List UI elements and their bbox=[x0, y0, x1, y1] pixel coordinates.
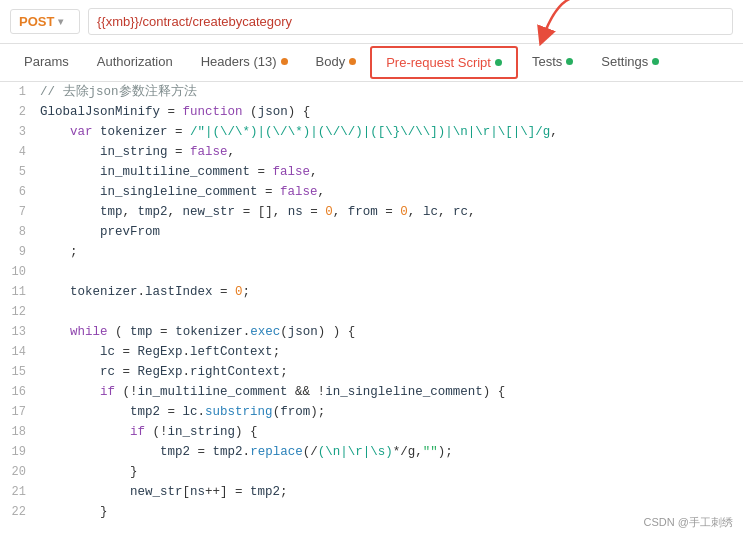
code-line: 10 bbox=[0, 262, 743, 282]
line-number: 5 bbox=[0, 162, 36, 182]
line-content: } bbox=[36, 502, 108, 518]
line-number: 1 bbox=[0, 82, 36, 102]
method-select[interactable]: POST ▾ bbox=[10, 9, 80, 34]
tab-params[interactable]: Params bbox=[10, 44, 83, 81]
code-line: 2GlobalJsonMinify = function (json) { bbox=[0, 102, 743, 122]
code-line: 1// 去除json参数注释方法 bbox=[0, 82, 743, 102]
line-number: 18 bbox=[0, 422, 36, 442]
code-line: 7 tmp, tmp2, new_str = [], ns = 0, from … bbox=[0, 202, 743, 222]
line-content: new_str[ns++] = tmp2; bbox=[36, 482, 288, 502]
code-line: 9 ; bbox=[0, 242, 743, 262]
line-number: 8 bbox=[0, 222, 36, 242]
code-line: 20 } bbox=[0, 462, 743, 482]
line-number: 9 bbox=[0, 242, 36, 262]
line-content: rc = RegExp.rightContext; bbox=[36, 362, 288, 382]
tab-settings[interactable]: Settings bbox=[587, 44, 673, 81]
line-number: 20 bbox=[0, 462, 36, 482]
line-content: in_string = false, bbox=[36, 142, 235, 162]
line-content: tmp2 = tmp2.replace(/(\n|\r|\s)*/g,""); bbox=[36, 442, 453, 462]
line-number: 14 bbox=[0, 342, 36, 362]
line-number: 19 bbox=[0, 442, 36, 462]
code-line: 22 } bbox=[0, 502, 743, 518]
line-content: tokenizer.lastIndex = 0; bbox=[36, 282, 250, 302]
line-content: tmp2 = lc.substring(from); bbox=[36, 402, 325, 422]
line-content: var tokenizer = /"|(\/\*)|(\/\*)|(\/\/)|… bbox=[36, 122, 558, 142]
tab-tests[interactable]: Tests bbox=[518, 44, 587, 81]
code-line: 4 in_string = false, bbox=[0, 142, 743, 162]
line-content: } bbox=[36, 462, 138, 482]
line-number: 15 bbox=[0, 362, 36, 382]
line-number: 16 bbox=[0, 382, 36, 402]
line-number: 2 bbox=[0, 102, 36, 122]
line-number: 11 bbox=[0, 282, 36, 302]
headers-dot bbox=[281, 58, 288, 65]
code-line: 8 prevFrom bbox=[0, 222, 743, 242]
line-content: GlobalJsonMinify = function (json) { bbox=[36, 102, 310, 122]
tab-prerequest[interactable]: Pre-request Script bbox=[370, 46, 518, 79]
settings-dot bbox=[652, 58, 659, 65]
code-line: 13 while ( tmp = tokenizer.exec(json) ) … bbox=[0, 322, 743, 342]
line-content: in_singleline_comment = false, bbox=[36, 182, 325, 202]
line-number: 7 bbox=[0, 202, 36, 222]
tab-authorization[interactable]: Authorization bbox=[83, 44, 187, 81]
code-line: 16 if (!in_multiline_comment && !in_sing… bbox=[0, 382, 743, 402]
line-number: 13 bbox=[0, 322, 36, 342]
line-content: if (!in_string) { bbox=[36, 422, 258, 442]
watermark: CSDN @手工刺绣 bbox=[644, 515, 733, 530]
url-bar: POST ▾ bbox=[0, 0, 743, 44]
line-content: lc = RegExp.leftContext; bbox=[36, 342, 280, 362]
line-content: ; bbox=[36, 242, 78, 262]
line-content: tmp, tmp2, new_str = [], ns = 0, from = … bbox=[36, 202, 475, 222]
tab-body[interactable]: Body bbox=[302, 44, 371, 81]
arrow-annotation bbox=[508, 0, 588, 47]
line-number: 4 bbox=[0, 142, 36, 162]
code-line: 19 tmp2 = tmp2.replace(/(\n|\r|\s)*/g,""… bbox=[0, 442, 743, 462]
code-editor[interactable]: 1// 去除json参数注释方法2GlobalJsonMinify = func… bbox=[0, 82, 743, 518]
method-chevron: ▾ bbox=[58, 16, 63, 27]
line-number: 3 bbox=[0, 122, 36, 142]
code-line: 6 in_singleline_comment = false, bbox=[0, 182, 743, 202]
code-line: 17 tmp2 = lc.substring(from); bbox=[0, 402, 743, 422]
line-number: 22 bbox=[0, 502, 36, 518]
tests-dot bbox=[566, 58, 573, 65]
code-line: 11 tokenizer.lastIndex = 0; bbox=[0, 282, 743, 302]
code-line: 21 new_str[ns++] = tmp2; bbox=[0, 482, 743, 502]
line-number: 6 bbox=[0, 182, 36, 202]
prerequest-dot bbox=[495, 59, 502, 66]
tab-headers[interactable]: Headers (13) bbox=[187, 44, 302, 81]
line-number: 12 bbox=[0, 302, 36, 322]
code-line: 18 if (!in_string) { bbox=[0, 422, 743, 442]
code-line: 14 lc = RegExp.leftContext; bbox=[0, 342, 743, 362]
line-content: // 去除json参数注释方法 bbox=[36, 82, 197, 102]
line-content: in_multiline_comment = false, bbox=[36, 162, 318, 182]
line-number: 17 bbox=[0, 402, 36, 422]
code-line: 15 rc = RegExp.rightContext; bbox=[0, 362, 743, 382]
tabs-row: Params Authorization Headers (13) Body P… bbox=[0, 44, 743, 82]
code-line: 3 var tokenizer = /"|(\/\*)|(\/\*)|(\/\/… bbox=[0, 122, 743, 142]
line-content: prevFrom bbox=[36, 222, 160, 242]
line-number: 21 bbox=[0, 482, 36, 502]
line-number: 10 bbox=[0, 262, 36, 282]
line-content: while ( tmp = tokenizer.exec(json) ) { bbox=[36, 322, 355, 342]
line-content: if (!in_multiline_comment && !in_singlel… bbox=[36, 382, 505, 402]
code-line: 5 in_multiline_comment = false, bbox=[0, 162, 743, 182]
code-line: 12 bbox=[0, 302, 743, 322]
method-label: POST bbox=[19, 14, 54, 29]
body-dot bbox=[349, 58, 356, 65]
url-input[interactable] bbox=[88, 8, 733, 35]
